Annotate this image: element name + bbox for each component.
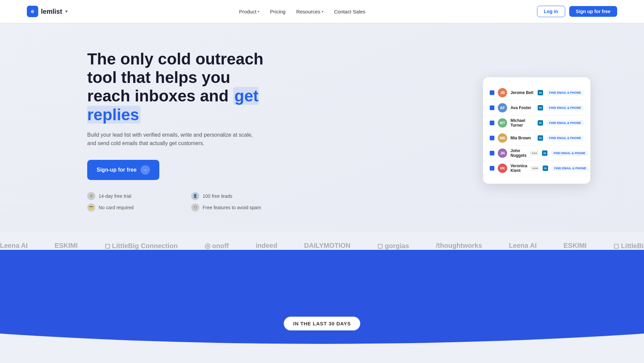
logo-text: lemlist	[41, 8, 62, 15]
lead-name: Veronica Klent	[511, 164, 527, 173]
linkedin-icon: in	[538, 120, 543, 126]
logo-item: /thoughtworks	[436, 242, 482, 249]
lead-extra-badge: ●●●	[530, 151, 539, 155]
lead-row: AF Ava Foster in FIND EMAIL & PHONE	[490, 100, 584, 116]
avatar-image: MB	[498, 133, 507, 143]
avatar-image: AF	[498, 103, 507, 112]
logo-item: ◻ LittleBig Connection	[613, 242, 644, 250]
logo-item: ESKIMI	[564, 242, 587, 249]
logo-item: ◻ LittleBig Connection	[105, 242, 178, 250]
lead-extra-badge: ●●●	[531, 166, 539, 171]
lead-checkbox[interactable]	[490, 136, 494, 140]
lead-avatar: VK	[498, 164, 507, 173]
avatar-image: JB	[498, 88, 507, 97]
blue-section: IN THE LAST 30 DAYS	[0, 250, 644, 344]
lead-row: VK Veronica Klent ●●● in FIND EMAIL & PH…	[490, 161, 584, 176]
hero-subtitle: Build your lead list with verified email…	[87, 131, 255, 148]
find-email-button[interactable]: FIND EMAIL & PHONE	[546, 135, 584, 141]
shield-icon: 🛡	[191, 203, 199, 212]
hero-features: ⏱ 14-day free trial 👤 100 free leads 💳 N…	[87, 192, 275, 212]
lead-row: JB Jerome Bell in FIND EMAIL & PHONE	[490, 85, 584, 100]
trial-icon: ⏱	[87, 192, 95, 200]
nav-product[interactable]: Product ▾	[239, 9, 260, 14]
logo-item: ESKIMI	[55, 242, 78, 249]
lead-name: Ava Foster	[511, 105, 534, 110]
lead-name: Michael Turner	[511, 118, 534, 128]
lead-avatar: JB	[498, 88, 507, 97]
nav-resources[interactable]: Resources ▾	[296, 9, 323, 14]
nav-links: Product ▾ Pricing Resources ▾ Contact Sa…	[239, 9, 366, 14]
find-email-button[interactable]: FIND EMAIL & PHONE	[551, 166, 589, 171]
hero-text-block: The only cold outreach tool that helps y…	[87, 50, 275, 212]
leads-icon: 👤	[191, 192, 199, 200]
in-last-days-badge: IN THE LAST 30 DAYS	[284, 317, 360, 330]
leads-card: JB Jerome Bell in FIND EMAIL & PHONE AF …	[483, 77, 590, 184]
feature-leads: 👤 100 free leads	[191, 192, 275, 200]
logo-item: ◻ gorgias	[377, 242, 409, 250]
linkedin-icon: in	[542, 150, 547, 156]
find-email-button[interactable]: FIND EMAIL & PHONE	[546, 120, 584, 126]
lead-name: Jerome Bell	[511, 90, 534, 95]
logo-item: DAILYMOTION	[304, 242, 351, 249]
find-email-button[interactable]: FIND EMAIL & PHONE	[546, 90, 584, 95]
logo-item: indeed	[256, 242, 277, 249]
arrow-right-icon: →	[141, 165, 150, 175]
lead-name: John Nuggets	[511, 148, 527, 158]
lead-avatar: MB	[498, 133, 507, 143]
logo-item: Leena AI	[0, 242, 28, 249]
navbar: e lemlist ▾ Product ▾ Pricing Resources …	[0, 0, 644, 23]
linkedin-icon: in	[538, 90, 543, 95]
linkedin-icon: in	[538, 135, 543, 141]
lead-row: MB Mia Brown in FIND EMAIL & PHONE	[490, 131, 584, 146]
nav-contact-sales[interactable]: Contact Sales	[334, 9, 365, 14]
lead-avatar: JN	[498, 148, 507, 158]
hero-title: The only cold outreach tool that helps y…	[87, 50, 275, 124]
lead-avatar: AF	[498, 103, 507, 112]
lead-row: MT Michael Turner in FIND EMAIL & PHONE	[490, 116, 584, 131]
lead-row: JN John Nuggets ●●● in FIND EMAIL & PHON…	[490, 146, 584, 161]
nav-actions: Log in Sign up for free	[537, 6, 617, 17]
avatar-image: MT	[498, 118, 507, 128]
logo[interactable]: e lemlist ▾	[27, 6, 67, 17]
find-email-button[interactable]: FIND EMAIL & PHONE	[546, 105, 584, 110]
hero-cta-button[interactable]: Sign-up for free →	[87, 160, 159, 180]
linkedin-icon: in	[543, 166, 548, 171]
logo-chevron-icon: ▾	[65, 9, 67, 14]
feature-spam: 🛡 Free features to avoid spam	[191, 203, 275, 212]
hero-section: The only cold outreach tool that helps y…	[0, 23, 644, 232]
lead-checkbox[interactable]	[490, 90, 494, 95]
avatar-image: JN	[498, 148, 507, 158]
find-email-button[interactable]: FIND EMAIL & PHONE	[551, 150, 588, 156]
lead-name: Mia Brown	[511, 136, 534, 140]
chevron-down-icon: ▾	[258, 10, 259, 13]
avatar-image: VK	[498, 164, 507, 173]
feature-trial: ⏱ 14-day free trial	[87, 192, 171, 200]
logo-icon: e	[27, 6, 38, 17]
lead-checkbox[interactable]	[490, 166, 494, 171]
signup-button[interactable]: Sign up for free	[569, 6, 617, 17]
feature-no-card: 💳 No card required	[87, 203, 171, 212]
login-button[interactable]: Log in	[537, 6, 565, 17]
card-icon: 💳	[87, 203, 95, 212]
nav-pricing[interactable]: Pricing	[270, 9, 285, 14]
chevron-down-icon-2: ▾	[322, 10, 323, 13]
linkedin-icon: in	[538, 105, 543, 110]
logo-item: Leena AI	[509, 242, 537, 249]
logo-item: ◎ onoff	[205, 242, 229, 250]
logos-track: Leena AIESKIMI◻ LittleBig Connection◎ on…	[0, 242, 644, 250]
lead-checkbox[interactable]	[490, 105, 494, 110]
lead-checkbox[interactable]	[490, 151, 494, 155]
lead-checkbox[interactable]	[490, 121, 494, 125]
lead-avatar: MT	[498, 118, 507, 128]
